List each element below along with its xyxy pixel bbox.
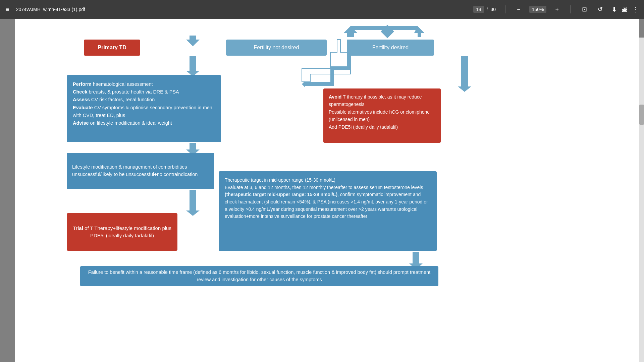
divider-2	[570, 5, 571, 13]
fertility-not-desired-box: Fertility not desired	[226, 40, 327, 56]
therapeutic-box: Therapeutic target in mid-upper range (1…	[219, 171, 437, 251]
lifestyle-box: Lifestyle modification & management of c…	[67, 153, 214, 189]
therapeutic-text: Therapeutic target in mid-upper range (1…	[225, 177, 431, 220]
perform-box: Perform haematological assessment Check …	[67, 75, 221, 142]
svg-marker-8	[344, 26, 357, 37]
page-input[interactable]	[473, 6, 484, 13]
fertility-desired-box: Fertility desired	[347, 40, 434, 56]
menu-icon[interactable]: ≡	[5, 6, 9, 13]
svg-marker-1	[186, 56, 200, 76]
failure-box: Failure to benefit within a reasonable t…	[80, 266, 438, 286]
primary-td-label: Primary TD	[98, 45, 126, 51]
svg-rect-5	[330, 66, 334, 86]
more-options-button[interactable]: ⋮	[632, 5, 639, 13]
perform-text: Perform haematological assessment Check …	[73, 80, 215, 127]
trial-box: Trial of T Therapy+lifestyle modificatio…	[67, 213, 177, 251]
zoom-out-button[interactable]: −	[515, 5, 523, 14]
page-total: 30	[491, 7, 496, 12]
svg-rect-6	[330, 66, 351, 70]
pdf-page: Primary TD Fertility not desired Fertili…	[15, 19, 639, 362]
trial-bold: Trial	[73, 225, 83, 231]
trial-text: Trial of T Therapy+lifestyle modificatio…	[72, 225, 172, 240]
svg-marker-3	[302, 81, 305, 87]
svg-marker-9	[414, 26, 424, 37]
svg-rect-10	[351, 26, 418, 30]
therapeutic-highlight: (therapeutic target mid-upper range: 15-…	[225, 192, 337, 197]
avoid-box: Avoid T therapy if possible, as it may r…	[323, 88, 441, 143]
topbar-right: ⬇ 🖶 ⋮	[611, 5, 639, 13]
assess-bold: Assess	[73, 97, 90, 102]
page-controls: / 30	[473, 6, 496, 13]
svg-marker-12	[458, 56, 471, 92]
main-content: Primary TD Fertility not desired Fertili…	[0, 19, 644, 362]
evaluate-bold: Evaluate	[73, 105, 93, 110]
svg-marker-11	[381, 25, 394, 38]
svg-marker-0	[186, 36, 200, 46]
failure-text: Failure to benefit within a reasonable t…	[87, 269, 432, 284]
svg-rect-4	[305, 82, 330, 86]
print-button[interactable]: 🖶	[621, 6, 628, 13]
advise-bold: Advise	[73, 120, 89, 126]
avoid-text: Avoid T therapy if possible, as it may r…	[329, 93, 435, 131]
fit-page-button[interactable]: ⊡	[580, 4, 589, 14]
diagram: Primary TD Fertility not desired Fertili…	[15, 19, 639, 362]
filename-label: 2074WJMH_wjmh-41-e33 (1).pdf	[16, 7, 467, 12]
check-bold: Check	[73, 89, 88, 95]
rotate-button[interactable]: ↺	[596, 4, 605, 14]
primary-td-box: Primary TD	[84, 40, 140, 56]
download-button[interactable]: ⬇	[611, 5, 617, 13]
divider-1	[505, 5, 505, 13]
zoom-in-button[interactable]: +	[553, 5, 561, 14]
lifestyle-text: Lifestyle modification & management of c…	[72, 164, 209, 178]
scrollbar-thumb[interactable]	[639, 105, 644, 125]
scrollbar[interactable]	[639, 38, 644, 362]
zoom-level: 150%	[529, 6, 547, 13]
perform-bold: Perform	[73, 81, 92, 87]
svg-marker-14	[186, 190, 200, 216]
page-separator: /	[487, 7, 488, 12]
fertility-desired-label: Fertility desired	[372, 45, 409, 51]
topbar: ≡ 2074WJMH_wjmh-41-e33 (1).pdf / 30 − 15…	[0, 0, 644, 19]
avoid-bold: Avoid	[329, 94, 341, 100]
fertility-not-desired-label: Fertility not desired	[254, 45, 299, 51]
